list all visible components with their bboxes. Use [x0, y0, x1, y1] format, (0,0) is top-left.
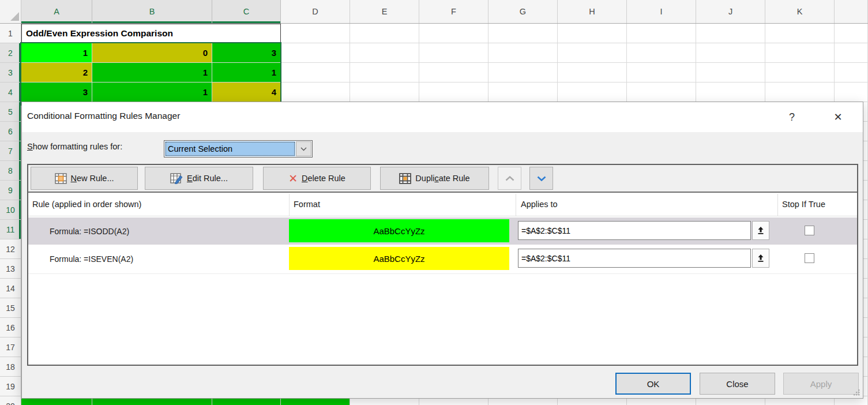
move-rule-down-button[interactable]	[529, 167, 553, 190]
row-header-20[interactable]: 20	[0, 396, 21, 405]
row-header-9[interactable]: 9	[0, 181, 21, 200]
dropdown-arrow-button[interactable]	[296, 141, 311, 156]
edit-rule-button[interactable]: Edit Rule...	[145, 167, 253, 190]
cell-A2[interactable]: 1	[21, 43, 92, 63]
cell-B4[interactable]: 1	[92, 82, 212, 102]
row-header-18[interactable]: 18	[0, 357, 21, 377]
cell-A4[interactable]: 3	[21, 82, 92, 102]
column-header-J[interactable]: J	[696, 0, 765, 23]
grid-cell[interactable]	[627, 82, 696, 102]
delete-rule-button[interactable]: ✕ Delete Rule	[263, 167, 371, 190]
close-button[interactable]: Close	[700, 373, 775, 395]
column-header-partial[interactable]	[835, 0, 868, 23]
column-header-B[interactable]: B	[92, 0, 212, 23]
rule-row-1[interactable]: Formula: =ISODD(A2)AaBbCcYyZz	[28, 217, 857, 245]
grid-cell[interactable]	[489, 82, 558, 102]
row-header-4[interactable]: 4	[0, 82, 21, 102]
stop-if-true-checkbox[interactable]	[805, 226, 814, 235]
column-header-G[interactable]: G	[489, 0, 558, 23]
grid-cell[interactable]	[765, 43, 835, 63]
grid-cell[interactable]	[835, 24, 868, 43]
rule-row-2[interactable]: Formula: =ISEVEN(A2)AaBbCcYyZz	[28, 245, 857, 272]
row-header-5[interactable]: 5	[0, 102, 21, 122]
row-header-12[interactable]: 12	[0, 239, 21, 259]
grid-cell[interactable]	[627, 43, 696, 63]
column-header-D[interactable]: D	[281, 0, 350, 23]
dialog-titlebar[interactable]: Conditional Formatting Rules Manager ? ✕	[22, 102, 863, 132]
close-icon[interactable]: ✕	[829, 108, 847, 126]
cell-C2[interactable]: 3	[212, 43, 281, 63]
grid-cell[interactable]	[281, 24, 350, 43]
column-header-C[interactable]: C	[212, 0, 281, 23]
cell-B2[interactable]: 0	[92, 43, 212, 63]
grid-cell[interactable]	[696, 63, 765, 82]
applies-to-input[interactable]	[518, 249, 751, 268]
column-header-I[interactable]: I	[627, 0, 696, 23]
grid-cell[interactable]	[627, 63, 696, 82]
row-header-3[interactable]: 3	[0, 63, 21, 82]
grid-cell[interactable]	[281, 43, 350, 63]
resize-grip[interactable]	[853, 389, 861, 396]
row-header-10[interactable]: 10	[0, 200, 21, 220]
grid-cell[interactable]	[558, 82, 627, 102]
cell-A3[interactable]: 2	[21, 63, 92, 82]
grid-cell[interactable]	[835, 43, 868, 63]
help-icon[interactable]: ?	[783, 108, 801, 126]
grid-cell[interactable]	[765, 24, 835, 43]
apply-button[interactable]: Apply	[783, 373, 859, 395]
row-header-14[interactable]: 14	[0, 279, 21, 298]
stop-if-true-checkbox[interactable]	[805, 253, 814, 263]
grid-cell[interactable]	[350, 24, 419, 43]
grid-cell[interactable]	[350, 82, 419, 102]
cell-title-A1[interactable]: Odd/Even Expression Comparison	[21, 24, 281, 43]
grid-cell[interactable]	[489, 63, 558, 82]
select-all-corner[interactable]	[0, 0, 21, 23]
row-header-13[interactable]: 13	[0, 259, 21, 279]
range-picker-button[interactable]	[752, 221, 769, 240]
column-header-K[interactable]: K	[765, 0, 835, 23]
row-header-19[interactable]: 19	[0, 377, 21, 396]
column-header-A[interactable]: A	[21, 0, 92, 23]
grid-cell[interactable]	[419, 24, 489, 43]
row-header-1[interactable]: 1	[0, 24, 21, 43]
row-header-2[interactable]: 2	[0, 43, 21, 63]
column-header-E[interactable]: E	[350, 0, 419, 23]
grid-cell[interactable]	[765, 82, 835, 102]
new-rule-button[interactable]: New Rule...	[31, 167, 138, 190]
grid-cell[interactable]	[627, 24, 696, 43]
cell-C4[interactable]: 4	[212, 82, 281, 102]
applies-to-input[interactable]	[518, 221, 751, 240]
column-header-F[interactable]: F	[419, 0, 489, 23]
grid-cell[interactable]	[696, 24, 765, 43]
row-header-15[interactable]: 15	[0, 298, 21, 318]
row-header-8[interactable]: 8	[0, 161, 21, 181]
grid-cell[interactable]	[765, 63, 835, 82]
grid-cell[interactable]	[696, 43, 765, 63]
grid-cell[interactable]	[419, 63, 489, 82]
grid-cell[interactable]	[489, 24, 558, 43]
row-header-11[interactable]: 11	[0, 220, 21, 239]
grid-cell[interactable]	[835, 63, 868, 82]
grid-cell[interactable]	[350, 43, 419, 63]
row-header-6[interactable]: 6	[0, 122, 21, 141]
grid-cell[interactable]	[489, 43, 558, 63]
cell-B3[interactable]: 1	[92, 63, 212, 82]
cell-C3[interactable]: 1	[212, 63, 281, 82]
grid-cell[interactable]	[350, 63, 419, 82]
grid-cell[interactable]	[281, 82, 350, 102]
column-header-H[interactable]: H	[558, 0, 627, 23]
grid-cell[interactable]	[419, 82, 489, 102]
row-header-7[interactable]: 7	[0, 141, 21, 161]
row-header-17[interactable]: 17	[0, 337, 21, 357]
row-header-16[interactable]: 16	[0, 318, 21, 337]
grid-cell[interactable]	[558, 43, 627, 63]
range-picker-button[interactable]	[752, 249, 769, 268]
grid-cell[interactable]	[696, 82, 765, 102]
grid-cell[interactable]	[419, 43, 489, 63]
grid-cell[interactable]	[835, 82, 868, 102]
grid-cell[interactable]	[558, 24, 627, 43]
duplicate-rule-button[interactable]: Duplicate Rule	[380, 167, 489, 190]
grid-cell[interactable]	[281, 63, 350, 82]
show-rules-dropdown[interactable]: Current Selection	[164, 140, 313, 158]
move-rule-up-button[interactable]	[498, 167, 521, 190]
